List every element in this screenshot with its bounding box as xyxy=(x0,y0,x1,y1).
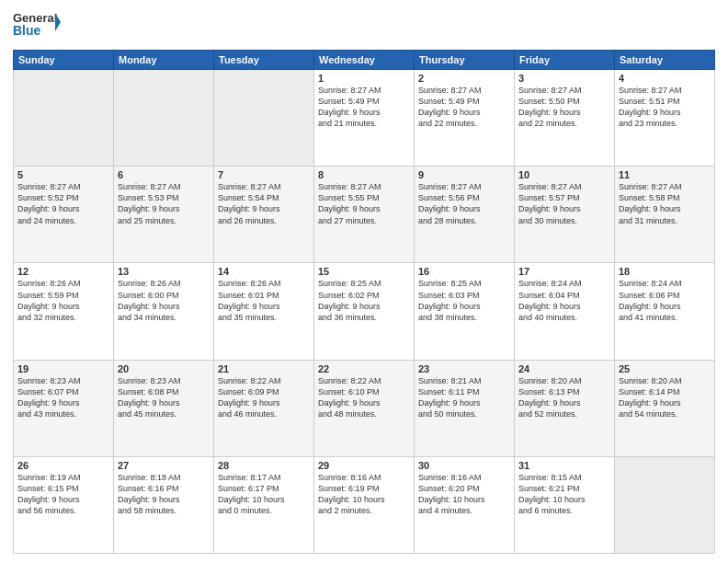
calendar-cell: 18Sunrise: 8:24 AMSunset: 6:06 PMDayligh… xyxy=(615,263,715,360)
day-info: Sunrise: 8:21 AMSunset: 6:11 PMDaylight:… xyxy=(418,375,510,420)
day-number: 8 xyxy=(318,169,410,180)
calendar-week-row: 26Sunrise: 8:19 AMSunset: 6:15 PMDayligh… xyxy=(14,456,715,553)
calendar-cell: 8Sunrise: 8:27 AMSunset: 5:55 PMDaylight… xyxy=(314,167,415,263)
day-number: 7 xyxy=(218,169,310,180)
day-info: Sunrise: 8:27 AMSunset: 5:56 PMDaylight:… xyxy=(418,181,510,226)
calendar-cell: 3Sunrise: 8:27 AMSunset: 5:50 PMDaylight… xyxy=(515,70,615,167)
calendar-cell: 30Sunrise: 8:16 AMSunset: 6:20 PMDayligh… xyxy=(415,456,515,553)
weekday-header-row: SundayMondayTuesdayWednesdayThursdayFrid… xyxy=(14,51,715,70)
day-number: 17 xyxy=(518,266,610,277)
weekday-header-thursday: Thursday xyxy=(415,51,515,70)
calendar-cell: 11Sunrise: 8:27 AMSunset: 5:58 PMDayligh… xyxy=(615,167,715,263)
day-info: Sunrise: 8:27 AMSunset: 5:58 PMDaylight:… xyxy=(619,181,711,226)
calendar-cell: 19Sunrise: 8:23 AMSunset: 6:07 PMDayligh… xyxy=(14,360,114,456)
day-info: Sunrise: 8:24 AMSunset: 6:06 PMDaylight:… xyxy=(619,278,711,323)
day-number: 19 xyxy=(17,363,109,374)
calendar-cell: 24Sunrise: 8:20 AMSunset: 6:13 PMDayligh… xyxy=(515,360,615,456)
day-info: Sunrise: 8:25 AMSunset: 6:03 PMDaylight:… xyxy=(418,278,510,323)
calendar-cell: 20Sunrise: 8:23 AMSunset: 6:08 PMDayligh… xyxy=(114,360,214,456)
day-number: 10 xyxy=(518,169,610,180)
day-number: 20 xyxy=(118,363,210,374)
calendar-table: SundayMondayTuesdayWednesdayThursdayFrid… xyxy=(13,50,715,554)
calendar-cell: 4Sunrise: 8:27 AMSunset: 5:51 PMDaylight… xyxy=(615,70,715,167)
day-info: Sunrise: 8:27 AMSunset: 5:53 PMDaylight:… xyxy=(118,181,210,226)
weekday-header-tuesday: Tuesday xyxy=(214,51,314,70)
calendar-cell: 14Sunrise: 8:26 AMSunset: 6:01 PMDayligh… xyxy=(214,263,314,360)
weekday-header-saturday: Saturday xyxy=(615,51,715,70)
calendar-cell: 6Sunrise: 8:27 AMSunset: 5:53 PMDaylight… xyxy=(114,167,214,263)
day-number: 23 xyxy=(418,363,510,374)
day-info: Sunrise: 8:27 AMSunset: 5:52 PMDaylight:… xyxy=(17,181,109,226)
day-info: Sunrise: 8:26 AMSunset: 6:00 PMDaylight:… xyxy=(118,278,210,323)
day-number: 11 xyxy=(619,169,711,180)
day-info: Sunrise: 8:19 AMSunset: 6:15 PMDaylight:… xyxy=(17,472,109,517)
calendar-cell: 23Sunrise: 8:21 AMSunset: 6:11 PMDayligh… xyxy=(415,360,515,456)
calendar-cell: 22Sunrise: 8:22 AMSunset: 6:10 PMDayligh… xyxy=(314,360,415,456)
day-number: 30 xyxy=(418,460,510,471)
day-info: Sunrise: 8:27 AMSunset: 5:54 PMDaylight:… xyxy=(218,181,310,226)
calendar-cell: 5Sunrise: 8:27 AMSunset: 5:52 PMDaylight… xyxy=(14,167,114,263)
day-number: 4 xyxy=(619,73,711,84)
calendar-cell: 1Sunrise: 8:27 AMSunset: 5:49 PMDaylight… xyxy=(314,70,415,167)
day-info: Sunrise: 8:26 AMSunset: 5:59 PMDaylight:… xyxy=(17,278,109,323)
weekday-header-wednesday: Wednesday xyxy=(314,51,415,70)
day-number: 26 xyxy=(17,460,109,471)
calendar-week-row: 12Sunrise: 8:26 AMSunset: 5:59 PMDayligh… xyxy=(14,263,715,360)
calendar-page: General Blue SundayMondayTuesdayWednesda… xyxy=(0,0,728,563)
day-info: Sunrise: 8:15 AMSunset: 6:21 PMDaylight:… xyxy=(518,472,610,517)
day-info: Sunrise: 8:20 AMSunset: 6:13 PMDaylight:… xyxy=(518,375,610,420)
day-number: 5 xyxy=(17,169,109,180)
day-info: Sunrise: 8:25 AMSunset: 6:02 PMDaylight:… xyxy=(318,278,410,323)
calendar-cell: 13Sunrise: 8:26 AMSunset: 6:00 PMDayligh… xyxy=(114,263,214,360)
svg-text:Blue: Blue xyxy=(13,23,41,38)
calendar-cell xyxy=(214,70,314,167)
day-info: Sunrise: 8:27 AMSunset: 5:57 PMDaylight:… xyxy=(518,181,610,226)
day-number: 1 xyxy=(318,73,410,84)
calendar-cell: 10Sunrise: 8:27 AMSunset: 5:57 PMDayligh… xyxy=(515,167,615,263)
day-number: 29 xyxy=(318,460,410,471)
calendar-cell: 9Sunrise: 8:27 AMSunset: 5:56 PMDaylight… xyxy=(415,167,515,263)
day-info: Sunrise: 8:22 AMSunset: 6:10 PMDaylight:… xyxy=(318,375,410,420)
day-info: Sunrise: 8:16 AMSunset: 6:20 PMDaylight:… xyxy=(418,472,510,517)
header: General Blue xyxy=(13,9,715,42)
day-number: 14 xyxy=(218,266,310,277)
logo-icon: General Blue xyxy=(13,9,61,42)
day-number: 27 xyxy=(118,460,210,471)
weekday-header-friday: Friday xyxy=(515,51,615,70)
day-number: 2 xyxy=(418,73,510,84)
calendar-cell: 16Sunrise: 8:25 AMSunset: 6:03 PMDayligh… xyxy=(415,263,515,360)
day-number: 6 xyxy=(118,169,210,180)
day-number: 24 xyxy=(518,363,610,374)
day-info: Sunrise: 8:17 AMSunset: 6:17 PMDaylight:… xyxy=(218,472,310,517)
day-number: 28 xyxy=(218,460,310,471)
day-number: 16 xyxy=(418,266,510,277)
day-info: Sunrise: 8:20 AMSunset: 6:14 PMDaylight:… xyxy=(619,375,711,420)
weekday-header-sunday: Sunday xyxy=(14,51,114,70)
day-info: Sunrise: 8:27 AMSunset: 5:49 PMDaylight:… xyxy=(318,85,410,130)
weekday-header-monday: Monday xyxy=(114,51,214,70)
svg-marker-2 xyxy=(55,13,61,31)
calendar-cell: 21Sunrise: 8:22 AMSunset: 6:09 PMDayligh… xyxy=(214,360,314,456)
day-number: 25 xyxy=(619,363,711,374)
calendar-week-row: 5Sunrise: 8:27 AMSunset: 5:52 PMDaylight… xyxy=(14,167,715,263)
day-info: Sunrise: 8:16 AMSunset: 6:19 PMDaylight:… xyxy=(318,472,410,517)
calendar-cell: 12Sunrise: 8:26 AMSunset: 5:59 PMDayligh… xyxy=(14,263,114,360)
day-number: 22 xyxy=(318,363,410,374)
calendar-cell: 7Sunrise: 8:27 AMSunset: 5:54 PMDaylight… xyxy=(214,167,314,263)
day-number: 12 xyxy=(17,266,109,277)
calendar-cell: 26Sunrise: 8:19 AMSunset: 6:15 PMDayligh… xyxy=(14,456,114,553)
day-number: 15 xyxy=(318,266,410,277)
day-info: Sunrise: 8:27 AMSunset: 5:55 PMDaylight:… xyxy=(318,181,410,226)
day-info: Sunrise: 8:24 AMSunset: 6:04 PMDaylight:… xyxy=(518,278,610,323)
day-number: 18 xyxy=(619,266,711,277)
day-info: Sunrise: 8:23 AMSunset: 6:07 PMDaylight:… xyxy=(17,375,109,420)
calendar-week-row: 19Sunrise: 8:23 AMSunset: 6:07 PMDayligh… xyxy=(14,360,715,456)
calendar-week-row: 1Sunrise: 8:27 AMSunset: 5:49 PMDaylight… xyxy=(14,70,715,167)
day-number: 31 xyxy=(518,460,610,471)
day-info: Sunrise: 8:26 AMSunset: 6:01 PMDaylight:… xyxy=(218,278,310,323)
calendar-cell xyxy=(114,70,214,167)
calendar-cell: 15Sunrise: 8:25 AMSunset: 6:02 PMDayligh… xyxy=(314,263,415,360)
calendar-cell xyxy=(14,70,114,167)
calendar-cell: 17Sunrise: 8:24 AMSunset: 6:04 PMDayligh… xyxy=(515,263,615,360)
day-number: 9 xyxy=(418,169,510,180)
